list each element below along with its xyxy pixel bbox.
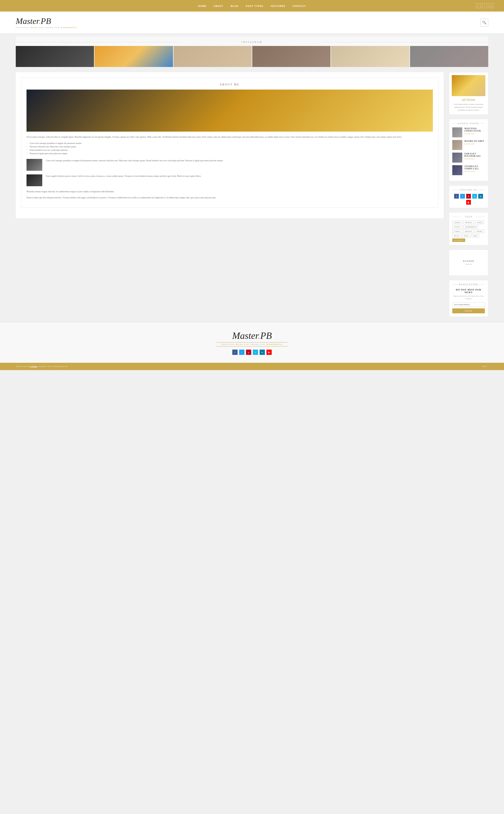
latest-post-4[interactable]: VIVAMUS ET TURPIS LACI 04 JUNE 2016 [452, 165, 485, 175]
footer-linkedin-icon[interactable]: in [260, 349, 265, 355]
nav-features[interactable]: FEATURES [271, 5, 285, 7]
instagram-title: INSTAGRAM [16, 41, 488, 43]
tag-food[interactable]: FOOD [475, 221, 484, 224]
instagram-grid [16, 46, 488, 67]
follow-facebook-icon[interactable]: f [454, 194, 459, 198]
list-item: Cum sociis natoque penatibus et magnis d… [27, 142, 433, 145]
tag-account[interactable]: ACCOUNT [452, 238, 465, 242]
sidebar: ad-theme Lorem ipsum dolor sit amet, con… [449, 72, 488, 317]
follow-twitter-icon[interactable]: t [460, 194, 465, 198]
newsletter-heading: DO NOT MISS OUR NEWS [452, 288, 485, 294]
follow-us-title: FOLLOW US [452, 189, 485, 191]
follow-icons: f t p v in ▶ [452, 194, 485, 205]
post-date-3: 05 JUNE 2016 [464, 158, 485, 160]
tag-travel[interactable]: TRAVEL [463, 221, 474, 224]
instagram-photo-1[interactable] [16, 46, 94, 67]
instagram-photo-2[interactable] [95, 46, 173, 67]
about-me-text-1: Sed ut massa tristique, vehicula tellus … [27, 135, 433, 139]
footer-social: f t p v in ▶ [16, 349, 488, 355]
nav-social: f t p [476, 3, 493, 8]
nav-facebook-icon[interactable]: f [476, 3, 481, 8]
post-title-3: NAM EGET PULVINAR ANT [464, 153, 485, 157]
latest-posts-title: LATEST POSTS [452, 122, 485, 125]
footer-vimeo-icon[interactable]: v [253, 349, 258, 355]
tags-cloud: AUDIO TRAVEL FOOD EVENT WORDPRESS VIDEO … [452, 221, 485, 242]
latest-post-thumb-2 [452, 140, 462, 150]
footer-youtube-icon[interactable]: ▶ [266, 349, 272, 355]
footer-facebook-icon[interactable]: f [232, 349, 238, 355]
footer-top-button[interactable]: TOP ↑ [482, 365, 488, 367]
tag-video[interactable]: VIDEO [452, 229, 462, 233]
follow-linkedin-icon[interactable]: in [478, 194, 483, 198]
sidebar-ad-text: Lorem ipsum dolor sit amet, consectetur … [452, 103, 485, 112]
footer-brand-link[interactable]: ai-Theme [30, 365, 37, 367]
banner-title: BANNER [463, 260, 474, 262]
footer-logo-suffix: PB [260, 330, 272, 341]
footer-copyright: Theme Created by ai-Theme. Copyright © 2… [16, 365, 67, 367]
banner-size: 300X260 [465, 263, 472, 265]
latest-post-thumb-1 [452, 127, 462, 137]
search-button[interactable]: 🔍 [480, 19, 488, 27]
tag-sport[interactable]: SPORT [475, 229, 484, 233]
latest-post-2[interactable]: MAURIS SIT AMET 06 JUNE 2016 [452, 140, 485, 150]
post-date-1: 07 JUNE 2016 [464, 133, 485, 134]
about-me-text-3: Etiam et diam eget felis aliquam molesti… [27, 196, 433, 200]
post-title-1: MAECENAS CONSECTETUR [464, 127, 485, 132]
tag-wordpress[interactable]: WORDPRESS [463, 225, 479, 228]
tag-design[interactable]: DESIGN [463, 229, 474, 233]
newsletter-email-input[interactable] [452, 302, 485, 307]
latest-post-3[interactable]: NAM EGET PULVINAR ANT 05 JUNE 2016 [452, 153, 485, 163]
footer-logo-main: Master [232, 330, 258, 341]
nav-about[interactable]: ABOUT [214, 5, 223, 7]
follow-youtube-icon[interactable]: ▶ [466, 200, 471, 205]
list-item: Nascetur ridiculus mus. Maecenas vitae t… [27, 145, 433, 148]
tag-audio[interactable]: AUDIO [452, 221, 462, 224]
nav-links: HOME ABOUT BLOG POST TYPES FEATURES CONT… [198, 4, 306, 7]
tag-post[interactable]: POST [462, 234, 471, 237]
tag-img[interactable]: IMG [472, 234, 479, 237]
list-item: Praesent at ligula quis metus placerat s… [27, 152, 433, 155]
newsletter-widget-title: NEWSLETTER [452, 283, 485, 286]
nav-blog[interactable]: BLOG [231, 5, 239, 7]
nav-home[interactable]: HOME [198, 5, 206, 7]
latest-post-thumb-4 [452, 165, 462, 175]
instagram-photo-5[interactable] [331, 46, 409, 67]
follow-pinterest-icon[interactable]: p [466, 194, 471, 198]
instagram-photo-6[interactable] [410, 46, 488, 67]
latest-post-thumb-3 [452, 153, 462, 163]
nav-post-types[interactable]: POST TYPES [246, 5, 264, 7]
footer-pinterest-icon[interactable]: p [246, 349, 251, 355]
nav-twitter-icon[interactable]: t [482, 3, 487, 8]
nav-contact[interactable]: CONTACT [293, 5, 306, 7]
footer-logo-section: Master.PB PERSONAL BLOG PSD THEME FOR WO… [0, 322, 504, 363]
post-title-2: MAURIS SIT AMET [464, 140, 484, 142]
logo-dot: . [39, 16, 41, 26]
sidebar-ad-name: ad-theme [452, 98, 485, 102]
about-me-media-1: Cum sociis natoque penatibus et magnis d… [27, 159, 433, 171]
instagram-photo-4[interactable] [252, 46, 330, 67]
newsletter-widget: NEWSLETTER DO NOT MISS OUR NEWS Sign up … [449, 280, 488, 317]
newsletter-send-button[interactable]: SEND [452, 308, 485, 313]
about-me-list: Cum sociis natoque penatibus et magnis d… [27, 142, 433, 155]
nav-pinterest-icon[interactable]: p [489, 3, 493, 8]
media-thumb-2 [27, 174, 42, 186]
follow-vimeo-icon[interactable]: v [472, 194, 477, 198]
footer-logo-dot: . [258, 330, 260, 341]
logo-tagline: PERSONAL BLOG PSD THEME FOR WORDPRESS [16, 27, 77, 29]
media-text-2: Fusce sagittis lobortis justo at ornare.… [46, 174, 201, 186]
sidebar-ad-photo [452, 75, 485, 96]
about-me-box: ABOUT ME Sed ut massa tristique, vehicul… [21, 77, 438, 208]
latest-post-1[interactable]: MAECENAS CONSECTETUR 07 JUNE 2016 [452, 127, 485, 137]
post-date-2: 06 JUNE 2016 [464, 143, 484, 145]
latest-post-info-3: NAM EGET PULVINAR ANT 05 JUNE 2016 [464, 153, 485, 160]
follow-us-widget: FOLLOW US f t p v in ▶ [449, 185, 488, 208]
latest-post-info-2: MAURIS SIT AMET 06 JUNE 2016 [464, 140, 484, 145]
instagram-photo-3[interactable] [174, 46, 252, 67]
media-text-1: Cum sociis natoque penatibus et magnis d… [46, 159, 223, 171]
tags-title: TAGS [452, 216, 485, 218]
site-logo: Master.PB PERSONAL BLOG PSD THEME FOR WO… [16, 16, 77, 29]
tag-blog[interactable]: BLOG [452, 234, 461, 237]
banner-widget: BANNER 300X260 [449, 249, 488, 276]
footer-twitter-icon[interactable]: t [239, 349, 244, 355]
tag-event[interactable]: EVENT [452, 225, 462, 228]
